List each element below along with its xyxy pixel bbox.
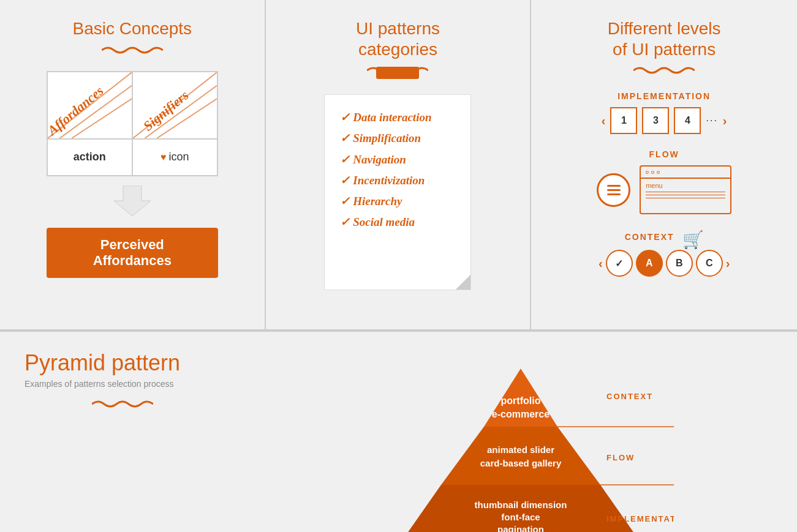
svg-text:e-commerce: e-commerce [492,409,550,419]
basic-concepts-wavy [12,44,252,59]
svg-text:animated slider: animated slider [487,444,554,455]
browser-dot-1 [646,171,649,174]
levels-section: Different levels of UI patterns IMPLEMEN… [531,0,797,331]
pyramid-wavy [25,398,221,413]
hamburger-lines [607,185,621,195]
icon-label: icon [169,151,189,163]
context-prev-arrow[interactable]: ‹ [599,257,603,271]
action-label: action [74,151,106,163]
signifiers-cell: Signifiers [132,72,217,139]
step-b[interactable]: B [666,250,693,277]
context-row: ‹ ✓ A B C › [550,250,779,277]
flow-mockup: menu [550,165,779,214]
step-c[interactable]: C [696,250,723,277]
next-arrow[interactable]: › [723,114,727,128]
flow-label: FLOW [550,149,779,159]
down-arrow [114,185,151,219]
page-btn-4[interactable]: 4 [674,107,701,134]
clipboard-corner [455,274,470,290]
context-block: CONTEXT 🛒 ‹ ✓ A B C › [550,230,779,277]
menu-text: menu [646,182,663,189]
list-item: ✓ Incentivization [340,170,455,191]
context-next-arrow[interactable]: › [726,257,730,271]
svg-text:pagination: pagination [498,524,545,532]
context-label: CONTEXT [625,232,674,242]
implementation-block: IMPLEMENTATION ‹ 1 3 4 ··· › [550,91,779,134]
page-btn-1[interactable]: 1 [610,107,637,134]
list-item: ✓ Navigation [340,149,455,170]
svg-text:card-based gallery: card-based gallery [480,458,562,468]
browser-dot-3 [657,171,660,174]
svg-text:portfolio: portfolio [501,395,541,406]
icon-cell: ♥ icon [132,139,217,176]
implementation-label: IMPLEMENTATION [550,91,779,101]
list-item: ✓ Social media [340,212,455,233]
browser-content: menu [641,179,730,201]
clipboard-clip [376,67,419,79]
list-item: ✓ Simplification [340,128,455,149]
list-item: ✓ Hierarchy [340,191,455,212]
pyramid-subtitle: Examples of patterns selection process [25,379,221,389]
svg-text:IMPLEMENTATION: IMPLEMENTATION [606,514,674,523]
ui-patterns-section: UI patterns categories ✓ Data interactio… [266,0,532,331]
list-item: ✓ Data interaction [340,107,455,128]
pyramid-svg: portfolio e-commerce animated slider car… [368,356,674,532]
hamburger-menu[interactable] [597,173,630,207]
pyramid-title: Pyramid pattern [25,350,221,376]
pyramid-container: portfolio e-commerce animated slider car… [245,350,797,532]
main-grid: Basic Concepts Affordances [0,0,797,532]
svg-marker-8 [441,427,600,485]
svg-text:font-face: font-face [502,512,540,522]
h-line-1 [607,185,621,187]
basic-concepts-title: Basic Concepts [12,18,252,39]
pagination-row: ‹ 1 3 4 ··· › [550,107,779,134]
h-line-3 [607,193,621,195]
action-cell: action [47,139,132,176]
svg-marker-6 [114,185,151,216]
page-btn-3[interactable]: 3 [642,107,669,134]
svg-text:CONTEXT: CONTEXT [606,392,653,401]
prev-arrow[interactable]: ‹ [602,114,606,128]
affordances-cell: Affordances [47,72,132,139]
svg-text:thumbnail dimension: thumbnail dimension [475,500,567,510]
browser-mockup: menu [640,165,731,214]
perceived-affordances-label: Perceived Affordances [93,237,172,268]
pyramid-section: Pyramid pattern Examples of patterns sel… [0,331,797,532]
basic-concepts-section: Basic Concepts Affordances [0,0,266,331]
svg-text:FLOW: FLOW [606,453,635,462]
dots: ··· [706,115,717,126]
concepts-grid: Affordances Signifiers action [47,71,218,176]
step-a[interactable]: A [636,250,663,277]
levels-title: Different levels of UI patterns [550,18,779,59]
step-check[interactable]: ✓ [606,250,633,277]
flow-block: FLOW menu [550,149,779,214]
pyramid-wrapper: portfolio e-commerce animated slider car… [368,356,674,532]
heart-icon: ♥ [161,152,167,163]
browser-bar [641,167,730,179]
h-line-2 [607,189,621,191]
pattern-list: ✓ Data interaction ✓ Simplification ✓ Na… [340,107,455,233]
clipboard: ✓ Data interaction ✓ Simplification ✓ Na… [324,94,471,290]
ui-patterns-title: UI patterns categories [278,18,518,59]
perceived-affordances-box: Perceived Affordances [47,228,218,278]
pyramid-left: Pyramid pattern Examples of patterns sel… [0,350,245,425]
levels-wavy [550,64,779,79]
cart-icon: 🛒 [682,230,704,250]
browser-dot-2 [651,171,654,174]
